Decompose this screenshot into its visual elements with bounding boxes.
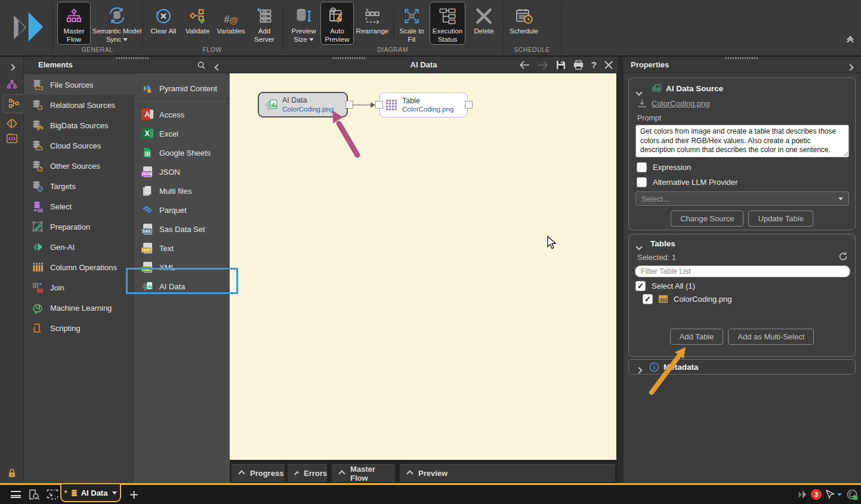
statusbar-active-tab[interactable]: * AI Data xyxy=(60,484,121,502)
category-machine-learning[interactable]: Machine Learning xyxy=(24,298,134,318)
category-targets[interactable]: Targets xyxy=(24,176,134,196)
item-text[interactable]: TEXT Text xyxy=(134,239,230,258)
back-icon[interactable] xyxy=(519,60,530,70)
expand-section-icon[interactable] xyxy=(637,364,641,375)
node-table[interactable]: Table ColorCoding.png xyxy=(379,92,468,118)
rail-dataflow-icon-active[interactable] xyxy=(2,94,24,113)
node-ai-data[interactable]: AI Data ColorCoding.png xyxy=(258,92,348,118)
item-google-sheets[interactable]: Google Sheets xyxy=(134,143,230,162)
search-icon[interactable] xyxy=(197,61,206,70)
category-cloud-sources[interactable]: Cloud Sources xyxy=(24,135,134,156)
llm-provider-select[interactable]: Select... xyxy=(635,191,849,206)
category-column-operations[interactable]: Column Operations xyxy=(24,257,134,277)
category-scripting[interactable]: Scripting xyxy=(24,318,134,338)
pointer-tool-icon[interactable] xyxy=(823,485,837,504)
menu-hamburger-icon[interactable] xyxy=(8,485,23,504)
rearrange-button[interactable]: Rearrange xyxy=(353,2,391,45)
expand-rail-button[interactable] xyxy=(0,58,24,76)
update-table-button[interactable]: Update Table xyxy=(748,211,813,227)
add-server-button[interactable]: Add Server xyxy=(249,2,279,45)
metadata-card[interactable]: Metadata xyxy=(628,359,856,375)
lock-icon[interactable] xyxy=(0,465,24,483)
clear-all-button[interactable]: Clear All xyxy=(145,2,182,45)
add-tab-button[interactable] xyxy=(126,485,141,504)
save-icon[interactable] xyxy=(556,60,566,70)
category-file-sources[interactable]: File Sources xyxy=(24,75,134,95)
item-ai-data[interactable]: AI Data xyxy=(134,277,230,296)
filter-table-input[interactable] xyxy=(635,265,850,277)
output-port[interactable] xyxy=(345,101,353,109)
item-xml[interactable]: XML XML xyxy=(134,258,230,277)
table-name-label: ColorCoding.png xyxy=(674,295,732,304)
item-multi-files[interactable]: Multi files xyxy=(134,181,230,200)
tab-caret-icon[interactable] xyxy=(112,491,117,494)
rail-code-icon[interactable] xyxy=(0,129,24,147)
source-file-link[interactable]: ColorCoding.png xyxy=(652,99,710,108)
add-table-button[interactable]: Add Table xyxy=(670,329,724,345)
input-port[interactable] xyxy=(375,101,383,109)
notification-badge[interactable]: 3 xyxy=(810,485,822,504)
category-bigdata-sources[interactable]: BigData Sources xyxy=(24,115,134,135)
item-label: Sas Data Set xyxy=(159,225,205,234)
document-search-icon[interactable] xyxy=(26,485,42,504)
add-multi-select-button[interactable]: Add as Multi-Select xyxy=(728,329,814,345)
download-icon[interactable] xyxy=(637,98,647,108)
output-port[interactable] xyxy=(465,101,473,109)
select-all-checkbox[interactable] xyxy=(635,281,646,291)
panel-drag-handle[interactable] xyxy=(726,57,759,59)
tab-progress[interactable]: Progress xyxy=(232,464,285,482)
table-actions: Add Table Add as Multi-Select xyxy=(629,329,855,345)
refresh-icon[interactable] xyxy=(838,252,848,261)
delete-button[interactable]: Delete xyxy=(470,2,498,45)
item-json[interactable]: JSON JSON xyxy=(134,162,230,181)
change-source-button[interactable]: Change Source xyxy=(671,211,743,227)
pyramid-mini-icon[interactable] xyxy=(795,485,809,504)
expression-checkbox[interactable] xyxy=(637,162,647,172)
panel-drag-handle[interactable] xyxy=(116,57,150,59)
table-checkbox[interactable] xyxy=(643,294,653,304)
scale-to-fit-button[interactable]: Scale to Fit xyxy=(396,2,428,45)
prompt-textarea[interactable]: Get colors from image and create a table… xyxy=(635,125,849,157)
category-other-sources[interactable]: Other Sources xyxy=(24,156,134,176)
properties-panel-header: Properties xyxy=(624,57,861,73)
item-pyramid-content[interactable]: Pyramid Content xyxy=(134,79,230,98)
collapse-panel-icon[interactable] xyxy=(215,63,220,72)
collapse-section-icon[interactable] xyxy=(637,86,641,97)
canvas-frame-icon[interactable] xyxy=(45,485,60,504)
tab-errors[interactable]: Errors xyxy=(288,464,327,482)
preview-size-button[interactable]: Preview Size xyxy=(288,2,320,45)
item-sas-data-set[interactable]: SAS Sas Data Set xyxy=(134,219,230,239)
master-flow-button[interactable]: Master Flow xyxy=(57,2,91,45)
collapse-section-icon[interactable] xyxy=(637,241,641,252)
alt-llm-checkbox[interactable] xyxy=(637,177,647,187)
rail-model-icon[interactable] xyxy=(0,76,24,94)
semantic-model-sync-button[interactable]: Semantic Model Sync xyxy=(92,2,142,45)
collapse-ribbon-button[interactable] xyxy=(848,37,853,44)
item-parquet[interactable]: Parquet xyxy=(134,200,230,219)
pointer-caret-icon[interactable] xyxy=(835,485,844,504)
close-icon[interactable] xyxy=(604,61,613,69)
tab-master-flow[interactable]: Master Flow xyxy=(332,464,395,482)
category-gen-ai[interactable]: Gen-AI xyxy=(24,237,134,257)
auto-preview-button[interactable]: Auto Preview xyxy=(320,2,354,45)
schedule-button[interactable]: Schedule xyxy=(506,2,542,45)
forward-icon[interactable] xyxy=(538,60,548,70)
execution-status-button[interactable]: Execution Status xyxy=(430,2,465,45)
print-icon[interactable] xyxy=(573,60,584,70)
pyramid-logo-icon xyxy=(6,6,47,48)
help-icon[interactable] xyxy=(591,60,597,70)
item-excel[interactable]: X Excel xyxy=(134,124,230,143)
item-access[interactable]: A Access xyxy=(134,105,230,124)
tab-preview[interactable]: Preview xyxy=(400,464,615,482)
category-relational-sources[interactable]: Relational Sources xyxy=(24,95,134,115)
expand-panel-icon[interactable] xyxy=(848,63,853,72)
category-select[interactable]: Select xyxy=(24,196,134,217)
table-item-row[interactable]: ColorCoding.png xyxy=(643,294,732,304)
connection-status-icon[interactable] xyxy=(845,485,859,504)
validate-button[interactable]: Validate xyxy=(181,2,214,45)
flow-canvas[interactable]: AI Data ColorCoding.png Table ColorCodin… xyxy=(230,73,616,460)
category-preparation[interactable]: Preparation xyxy=(24,217,134,237)
variables-button[interactable]: Variables xyxy=(214,2,248,45)
category-join[interactable]: Join xyxy=(24,277,134,298)
panel-drag-handle[interactable] xyxy=(333,57,366,59)
